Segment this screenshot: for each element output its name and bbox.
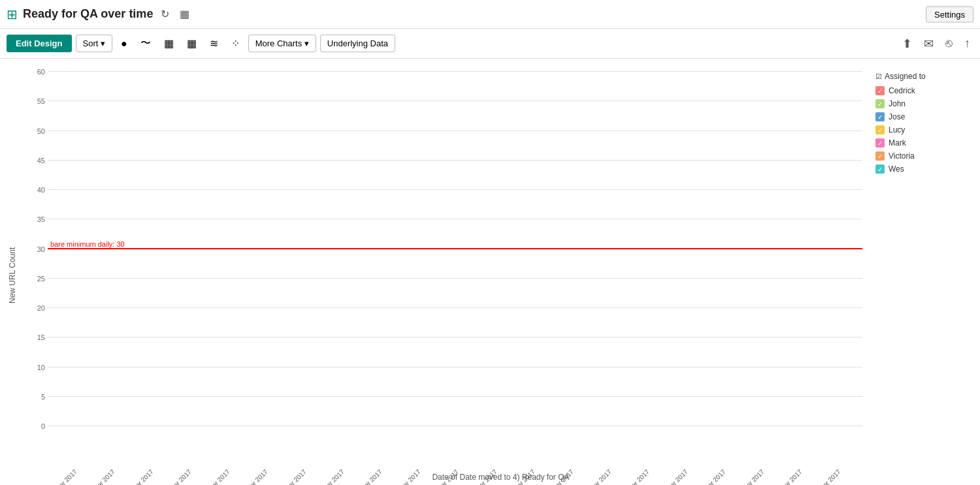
edit-design-button[interactable]: Edit Design: [7, 35, 72, 52]
legend-color-swatch: ✓: [875, 151, 885, 161]
chart-type-bar-button[interactable]: ▦: [159, 34, 178, 53]
top-bar-left: ⊞ Ready for QA over time ↻ ▦: [7, 7, 973, 22]
chart-type-combo-button[interactable]: ≋: [205, 34, 223, 53]
bar-group: 29 Mar 2017: [589, 72, 627, 426]
legend-color-swatch: ✓: [875, 86, 885, 95]
top-bar: ⊞ Ready for QA over time ↻ ▦ Settings: [0, 0, 980, 29]
legend-item-victoria[interactable]: ✓Victoria: [875, 151, 973, 161]
y-tick-label: 40: [37, 186, 45, 194]
bar-group: 21 Mar 2017: [284, 72, 321, 426]
bar-group: 07 Apr 2017: [742, 72, 779, 426]
y-tick-label: 25: [37, 275, 45, 283]
bar-group: 14 Mar 2017: [54, 72, 92, 426]
grid-icon: ⊞: [7, 7, 18, 22]
bar-group: 23 Mar 2017: [359, 72, 397, 426]
sort-button[interactable]: Sort ▾: [76, 35, 112, 52]
chart-type-scatter-button[interactable]: ⁘: [227, 34, 244, 53]
settings-button[interactable]: Settings: [926, 6, 973, 22]
bar-group: 03 Apr 2017: [703, 72, 741, 426]
legend-color-swatch: ✓: [875, 138, 885, 148]
x-axis-title: Date of Date moved to 4) Ready for QA: [22, 473, 980, 482]
legend-color-swatch: ✓: [875, 125, 885, 134]
chart-area: New URL Count 051015202530354045505560ba…: [0, 59, 980, 485]
legend-item-jose[interactable]: ✓Jose: [875, 112, 973, 121]
legend-item-label: Wes: [889, 164, 904, 174]
bar-group: 17 Mar 2017: [169, 72, 206, 426]
y-tick-label: 50: [37, 127, 45, 135]
bar-group: 11 Apr 2017: [817, 72, 855, 426]
bar-group: 30 Mar 2017: [627, 72, 664, 426]
legend-item-wes[interactable]: ✓Wes: [875, 164, 973, 174]
legend-color-swatch: ✓: [875, 164, 885, 174]
export-button[interactable]: ↑: [961, 35, 973, 52]
chart-type-stacked-button[interactable]: ▦: [182, 34, 201, 53]
refresh-button[interactable]: ↻: [158, 7, 172, 22]
bar-group: 22 Mar 2017: [321, 72, 359, 426]
y-tick-label: 30: [37, 245, 45, 253]
chart-inner: 051015202530354045505560bare minimum dai…: [22, 65, 980, 485]
y-tick-label: 45: [37, 157, 45, 164]
underlying-data-button[interactable]: Underlying Data: [320, 35, 395, 52]
bar-group: 25 Mar 2017: [436, 72, 474, 426]
y-tick-label: 60: [37, 68, 45, 76]
legend-title: ☑ Assigned to: [875, 72, 973, 81]
legend-item-john[interactable]: ✓John: [875, 99, 973, 108]
y-tick-label: 55: [37, 97, 45, 105]
chart-plot: 051015202530354045505560bare minimum dai…: [48, 72, 862, 426]
y-tick-label: 20: [37, 304, 45, 312]
toolbar: Edit Design Sort ▾ ● 〜 ▦ ▦ ≋ ⁘ More Char…: [0, 29, 980, 59]
bar-group: 16 Mar 2017: [131, 72, 169, 426]
toolbar-right: ⬆ ✉ ⎋ ↑: [899, 35, 973, 52]
share-upload-button[interactable]: ⬆: [899, 35, 915, 52]
chart-type-line-button[interactable]: 〜: [136, 33, 155, 54]
y-tick-label: 35: [37, 215, 45, 223]
bar-group: 19 Mar 2017: [207, 72, 245, 426]
bars-container: 14 Mar 201715 Mar 201716 Mar 201717 Mar …: [48, 72, 862, 426]
share-button[interactable]: ⎋: [942, 35, 956, 52]
y-tick-label: 10: [37, 364, 45, 371]
legend-item-label: Lucy: [889, 125, 905, 134]
y-tick-label: 15: [37, 334, 45, 341]
legend-color-swatch: ✓: [875, 112, 885, 121]
bar-group: 24 Mar 2017: [398, 72, 436, 426]
bar-group: 10 Apr 2017: [779, 72, 817, 426]
more-charts-button[interactable]: More Charts ▾: [248, 35, 316, 52]
top-bar-right: Settings: [926, 6, 973, 22]
legend-item-label: Victoria: [889, 151, 915, 161]
legend-item-label: Cedrick: [889, 86, 915, 95]
chart-type-pie-button[interactable]: ●: [116, 35, 132, 53]
y-tick-label: 0: [41, 422, 45, 430]
bar-group: 28 Mar 2017: [550, 72, 588, 426]
bar-group: 15 Mar 2017: [92, 72, 130, 426]
bar-group: 26 Mar 2017: [474, 72, 512, 426]
y-tick-label: 5: [41, 393, 45, 401]
legend-item-label: John: [889, 99, 906, 108]
bar-group: 31 Mar 2017: [665, 72, 703, 426]
snapshot-button[interactable]: ▦: [177, 7, 192, 22]
legend-item-mark[interactable]: ✓Mark: [875, 138, 973, 148]
legend-item-cedrick[interactable]: ✓Cedrick: [875, 86, 973, 95]
legend-color-swatch: ✓: [875, 99, 885, 108]
page-title: Ready for QA over time: [23, 7, 153, 21]
legend-item-label: Jose: [889, 112, 905, 121]
legend: ☑ Assigned to✓Cedrick✓John✓Jose✓Lucy✓Mar…: [869, 65, 980, 184]
legend-item-label: Mark: [889, 138, 906, 148]
legend-item-lucy[interactable]: ✓Lucy: [875, 125, 973, 134]
email-button[interactable]: ✉: [921, 35, 937, 52]
bar-group: 27 Mar 2017: [512, 72, 550, 426]
y-axis-label: New URL Count: [3, 65, 22, 485]
bar-group: 20 Mar 2017: [245, 72, 283, 426]
